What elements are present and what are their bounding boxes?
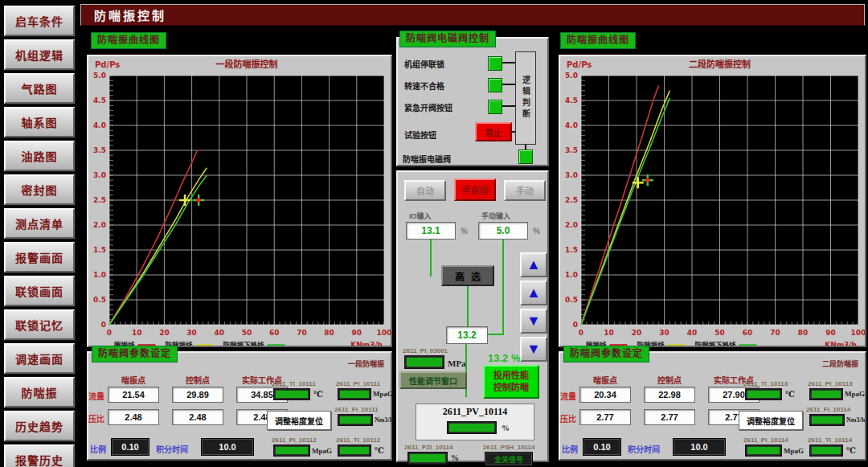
temperature-tag-label: 2611_TI_10113 — [743, 380, 788, 387]
sidebar-item-alarm-screen[interactable]: 报警画面 — [4, 242, 75, 272]
pressure2-tag-label: 2611_PI_10114 — [743, 436, 788, 444]
pressure2-tag-label: 2611_PI_10112 — [272, 436, 317, 444]
emergency-open-row-label: 紧急开阀按钮 — [404, 101, 452, 113]
sidebar-item-startup-conditions[interactable]: 启车条件 — [4, 6, 75, 36]
up-arrow-button[interactable]: ▲ — [520, 281, 547, 305]
margin-reset-button[interactable]: 调整裕度复位 — [267, 411, 331, 430]
down-arrow-button[interactable]: ▼ — [520, 309, 547, 334]
svg-text:4.0: 4.0 — [93, 121, 106, 129]
connector-line — [502, 62, 515, 63]
pressure2-unit: MpaG — [312, 447, 332, 455]
sidebar-item-speed-control-screen[interactable]: 调速画面 — [4, 343, 75, 374]
anti-surge-solenoid-label: 防喘振电磁阀 — [403, 153, 451, 165]
svg-text:Pd/Ps: Pd/Ps — [567, 60, 592, 69]
sidebar-item-measuring-point-list[interactable]: 测点清单 — [4, 208, 75, 239]
connector-line — [502, 105, 515, 107]
svg-text:防喘振下移线: 防喘振下移线 — [695, 341, 737, 346]
svg-text:4.5: 4.5 — [93, 96, 106, 104]
margin-reset-button[interactable]: 调整裕度复位 — [739, 411, 803, 430]
svg-text:1.5: 1.5 — [93, 246, 106, 254]
proportional-value-field[interactable]: 0.10 — [583, 438, 621, 456]
sidebar-item-interlock-memory[interactable]: 联锁记忆 — [4, 309, 75, 340]
integral-time-value-field[interactable]: 10.0 — [673, 438, 726, 456]
sidebar-item-oil-circuit-diagram[interactable]: 油路图 — [4, 141, 75, 171]
performance-window-button[interactable]: 性能调节窗口 — [399, 371, 467, 389]
flow-tag-label: 2611_FI_10111 — [334, 406, 379, 413]
manual-mode-button[interactable]: 手动 — [504, 180, 546, 201]
svg-text:KNm3/h: KNm3/h — [350, 341, 383, 346]
valve-position-unit: % — [502, 424, 510, 432]
surge-point-column-header: 喘振点 — [108, 374, 159, 386]
speed-fail-status-indicator — [488, 78, 502, 92]
closed-signal-status: 全关信号 — [485, 452, 533, 466]
sidebar-item-shaft-system-diagram[interactable]: 轴系图 — [4, 107, 75, 137]
svg-text:20: 20 — [159, 329, 170, 337]
up-arrow-button[interactable]: ▲ — [520, 252, 547, 277]
solenoid-valve-status-indicator — [518, 150, 533, 164]
svg-text:60: 60 — [743, 329, 753, 337]
svg-text:5.0: 5.0 — [93, 72, 106, 80]
svg-text:2.0: 2.0 — [93, 221, 106, 229]
sidebar: 启车条件 机组逻辑 气路图 轴系图 油路图 密封图 测点清单 报警画面 联锁画面… — [0, 0, 78, 467]
enable-performance-control-button[interactable]: 投用性能 控制防喘 — [483, 365, 539, 399]
right-curve-section-label: 防喘振曲线图 — [560, 32, 636, 49]
semi-auto-mode-button[interactable]: 半自动 — [454, 178, 496, 201]
interlock-row-label: 机组停联锁 — [404, 58, 444, 70]
valve-position-tag-unit: % — [451, 453, 459, 462]
temperature-unit: ℃ — [785, 390, 795, 399]
pressure-unit: MpaG — [373, 390, 393, 398]
io-input-field[interactable]: 13.1 — [406, 222, 456, 240]
svg-text:3.0: 3.0 — [93, 171, 106, 179]
sidebar-item-alarm-history[interactable]: 报警历史 — [4, 444, 75, 467]
temperature2-lcd — [338, 444, 371, 457]
ratio-control-point-value: 2.48 — [172, 409, 223, 425]
svg-text:KNm3/h: KNm3/h — [825, 341, 857, 346]
svg-text:50: 50 — [242, 329, 252, 337]
svg-text:70: 70 — [770, 329, 780, 337]
proportional-label: 比例 — [562, 443, 578, 455]
svg-text:90: 90 — [352, 329, 362, 337]
pressure-unit: MpaG — [845, 390, 865, 398]
svg-text:80: 80 — [798, 329, 809, 337]
flow-tag-label: 2611_FI_10114 — [806, 406, 850, 413]
down-arrow-button[interactable]: ▼ — [520, 337, 547, 362]
sidebar-item-anti-surge[interactable]: 防喘振 — [4, 377, 75, 408]
flow-row-label: 流量 — [560, 390, 576, 402]
temperature-lcd — [273, 388, 310, 400]
proportional-value-field[interactable]: 0.10 — [111, 438, 149, 456]
valve-tag-label: 2611_PV_10114 — [416, 406, 534, 418]
svg-text:2.5: 2.5 — [93, 196, 106, 204]
svg-text:10: 10 — [604, 329, 614, 337]
pressure-switch-tag-label: 2611_PSH_10114 — [483, 444, 535, 451]
sidebar-item-gas-circuit-diagram[interactable]: 气路图 — [4, 73, 75, 104]
param-panel-header: 防喘阀参数设定 — [563, 346, 649, 363]
sidebar-item-interlock-screen[interactable]: 联锁画面 — [4, 276, 75, 306]
sidebar-item-unit-logic[interactable]: 机组逻辑 — [4, 39, 75, 70]
temperature2-unit: ℃ — [375, 446, 384, 455]
high-select-button[interactable]: 高选 — [441, 265, 494, 286]
flow-control-point-value: 22.98 — [644, 387, 695, 403]
proportional-label: 比例 — [90, 443, 106, 455]
svg-text:防喘振下移线: 防喘振下移线 — [223, 341, 265, 346]
auto-mode-button[interactable]: 自动 — [404, 180, 446, 201]
svg-text:1.0: 1.0 — [93, 271, 106, 279]
sidebar-item-history-trend[interactable]: 历史趋势 — [4, 411, 75, 441]
sidebar-item-seal-diagram[interactable]: 密封图 — [4, 174, 75, 205]
svg-text:10: 10 — [132, 329, 142, 337]
emergency-open-status-indicator — [488, 100, 502, 114]
svg-text:3.5: 3.5 — [565, 146, 578, 154]
percent-readout: 13.2 % — [488, 352, 521, 364]
integral-time-value-field[interactable]: 10.0 — [201, 438, 254, 456]
manual-input-field[interactable]: 5.0 — [478, 222, 528, 240]
flow-lcd — [338, 414, 373, 426]
svg-text:二段防喘振控制: 二段防喘振控制 — [689, 59, 751, 70]
page-title: 防喘振控制 — [94, 6, 166, 23]
signal-line — [467, 286, 469, 326]
down-arrow-icon: ▼ — [526, 313, 541, 329]
ratio-surge-point-value: 2.77 — [579, 409, 631, 425]
control-point-column-header: 控制点 — [172, 374, 223, 386]
test-button[interactable]: 禁止 — [475, 122, 512, 141]
svg-text:0: 0 — [579, 329, 583, 337]
flow-row-label: 流量 — [88, 390, 104, 402]
temperature2-lcd — [809, 444, 843, 457]
